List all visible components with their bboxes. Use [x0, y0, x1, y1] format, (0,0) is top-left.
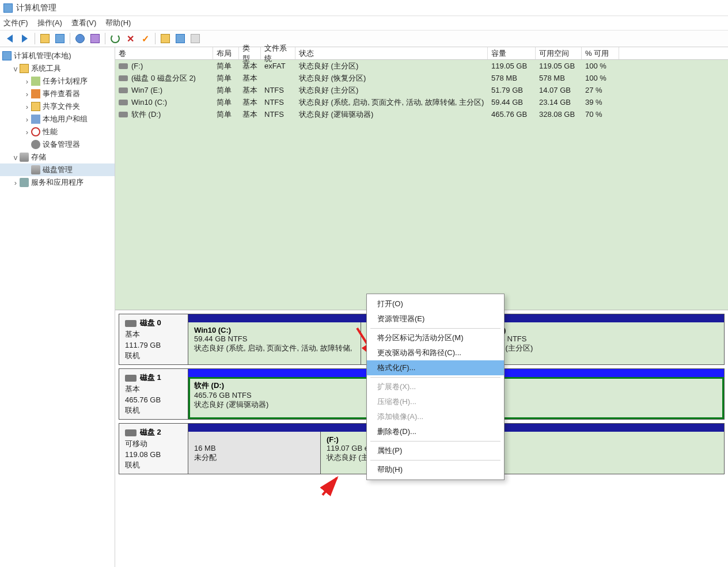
- ctx-mark-active[interactable]: 将分区标记为活动分区(M): [367, 330, 504, 345]
- col-pct[interactable]: % 可用: [582, 47, 619, 59]
- vol-name: (F:): [131, 62, 143, 70]
- storage-icon: [20, 153, 29, 162]
- menu-file[interactable]: 文件(F): [3, 18, 28, 28]
- col-fs[interactable]: 文件系统: [261, 47, 295, 59]
- menu-view[interactable]: 查看(V): [71, 18, 96, 28]
- disk-0-info[interactable]: 磁盘 0 基本 111.79 GB 联机: [119, 314, 188, 364]
- vol-name: Win7 (E:): [131, 86, 162, 94]
- tree-root[interactable]: 计算机管理(本地): [0, 50, 115, 62]
- part-status: 未分配: [194, 452, 314, 463]
- delete-button[interactable]: ✕: [124, 32, 136, 45]
- expand-icon[interactable]: v: [12, 64, 20, 73]
- disk-kind: 可移动: [125, 439, 182, 449]
- disk-size: 119.08 GB: [125, 450, 182, 459]
- ctx-format[interactable]: 格式化(F)...: [367, 360, 504, 375]
- col-status[interactable]: 状态: [295, 47, 488, 59]
- expand-icon[interactable]: ›: [23, 115, 31, 124]
- expand-icon[interactable]: ›: [23, 90, 31, 98]
- tree-storage[interactable]: v 存储: [0, 151, 115, 163]
- vol-free: 328.08 GB: [536, 110, 582, 119]
- panel-icon: [55, 34, 65, 43]
- disk-name: 磁盘 1: [140, 373, 161, 382]
- disk-size: 111.79 GB: [125, 341, 182, 349]
- expand-icon[interactable]: ›: [23, 77, 31, 86]
- volume-row[interactable]: Win7 (E:) 简单 基本 NTFS 状态良好 (主分区) 51.79 GB…: [115, 84, 728, 96]
- expand-icon: [23, 140, 31, 149]
- volume-list[interactable]: 卷 布局 类型 文件系统 状态 容量 可用空间 % 可用 (F:) 简单 基本 …: [115, 47, 728, 310]
- tree-local-users[interactable]: › 本地用户和组: [0, 113, 115, 125]
- tree-disk-management[interactable]: 磁盘管理: [0, 163, 115, 176]
- partition-win10-c[interactable]: Win10 (C:) 59.44 GB NTFS 状态良好 (系统, 启动, 页…: [188, 322, 361, 364]
- help-button[interactable]: [74, 32, 86, 45]
- vol-type: 基本: [239, 85, 261, 96]
- expand-icon[interactable]: ›: [12, 178, 20, 187]
- vol-fs: NTFS: [261, 86, 295, 94]
- tree-performance-label: 性能: [43, 127, 58, 137]
- col-type[interactable]: 类型: [239, 47, 261, 59]
- tree-sys-tools[interactable]: v 系统工具: [0, 62, 115, 75]
- list-icon: [161, 34, 170, 43]
- col-volume[interactable]: 卷: [115, 47, 213, 59]
- folder-icon: [40, 34, 50, 43]
- ctx-sep: [370, 441, 500, 442]
- refresh-button[interactable]: [109, 32, 122, 45]
- ctx-properties[interactable]: 属性(P): [367, 443, 504, 458]
- tb-btn-6[interactable]: [189, 32, 202, 45]
- partition-win7-e[interactable]: Win7 (E:) 51.79 GB NTFS 状态良好 (主分区): [468, 322, 724, 364]
- volume-row[interactable]: (F:) 简单 基本 exFAT 状态良好 (主分区) 119.05 GB 11…: [115, 60, 728, 72]
- expand-icon[interactable]: v: [12, 153, 20, 162]
- tb-btn-5[interactable]: [174, 32, 187, 45]
- volume-icon: [119, 100, 128, 105]
- partition-unallocated[interactable]: 16 MB 未分配: [188, 432, 321, 474]
- vol-name: (磁盘 0 磁盘分区 2): [131, 73, 196, 83]
- ctx-help[interactable]: 帮助(H): [367, 462, 504, 477]
- check-button[interactable]: ✓: [139, 32, 151, 45]
- back-button[interactable]: [3, 32, 16, 45]
- tree-shared-folders[interactable]: › 共享文件夹: [0, 100, 115, 113]
- ctx-explorer[interactable]: 资源管理器(E): [367, 311, 504, 326]
- vol-pct: 100 %: [582, 62, 619, 70]
- ctx-open[interactable]: 打开(O): [367, 296, 504, 311]
- tb-btn-3[interactable]: [89, 32, 101, 45]
- tb-btn-2[interactable]: [54, 32, 66, 45]
- vol-name: 软件 (D:): [131, 109, 161, 120]
- tb-btn-4[interactable]: [159, 32, 172, 45]
- expand-icon[interactable]: ›: [23, 128, 31, 136]
- col-free[interactable]: 可用空间: [536, 47, 582, 59]
- part-size: 51.79 GB NTFS: [473, 334, 718, 343]
- toolbar: ✕ ✓: [0, 30, 728, 47]
- menu-help[interactable]: 帮助(H): [105, 18, 131, 28]
- part-size: 59.44 GB NTFS: [194, 334, 355, 343]
- tree-services-apps[interactable]: › 服务和应用程序: [0, 176, 115, 189]
- disk-kind: 基本: [125, 329, 182, 340]
- vol-free: 578 MB: [536, 74, 582, 82]
- volume-row[interactable]: Win10 (C:) 简单 基本 NTFS 状态良好 (系统, 启动, 页面文件…: [115, 96, 728, 108]
- part-status: 状态良好 (主分区): [473, 343, 718, 353]
- menu-action[interactable]: 操作(A): [37, 18, 62, 28]
- delete-icon: ✕: [126, 34, 135, 43]
- volume-row[interactable]: (磁盘 0 磁盘分区 2) 简单 基本 状态良好 (恢复分区) 578 MB 5…: [115, 72, 728, 84]
- tree-event-viewer[interactable]: › 事件查看器: [0, 87, 115, 100]
- tree-shared-folders-label: 共享文件夹: [43, 101, 80, 112]
- menubar: 文件(F) 操作(A) 查看(V) 帮助(H): [0, 16, 728, 30]
- vol-cap: 465.76 GB: [488, 110, 536, 119]
- col-capacity[interactable]: 容量: [488, 47, 536, 59]
- tree-performance[interactable]: › 性能: [0, 125, 115, 138]
- ctx-change-drive[interactable]: 更改驱动器号和路径(C)...: [367, 345, 504, 360]
- event-icon: [31, 89, 40, 98]
- expand-icon[interactable]: ›: [23, 102, 31, 111]
- vol-free: 14.07 GB: [536, 86, 582, 94]
- tree-task-scheduler[interactable]: › 任务计划程序: [0, 75, 115, 87]
- tree-sys-tools-label: 系统工具: [31, 63, 61, 74]
- disk-state: 联机: [125, 405, 182, 416]
- forward-button[interactable]: [18, 32, 31, 45]
- disk-1-info[interactable]: 磁盘 1 基本 465.76 GB 联机: [119, 369, 188, 419]
- part-size: 16 MB: [194, 444, 314, 452]
- volume-row[interactable]: 软件 (D:) 简单 基本 NTFS 状态良好 (逻辑驱动器) 465.76 G…: [115, 108, 728, 120]
- tree-device-manager[interactable]: 设备管理器: [0, 138, 115, 151]
- ctx-delete[interactable]: 删除卷(D)...: [367, 424, 504, 439]
- disk-2-info[interactable]: 磁盘 2 可移动 119.08 GB 联机: [119, 424, 188, 474]
- sidebar-tree[interactable]: 计算机管理(本地) v 系统工具 › 任务计划程序 › 事件查看器 › 共享文件…: [0, 47, 115, 567]
- col-layout[interactable]: 布局: [213, 47, 239, 59]
- tb-btn-1[interactable]: [39, 32, 51, 45]
